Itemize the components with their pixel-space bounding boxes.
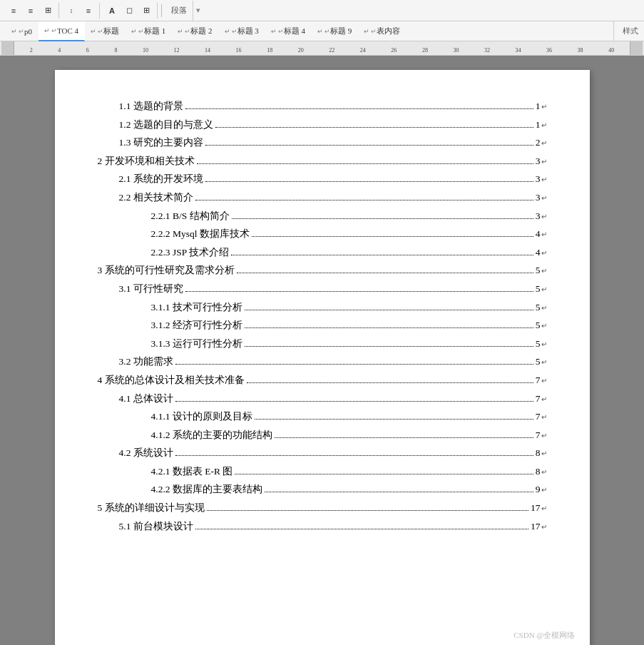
tab-heading4[interactable]: ↵ 标题 4 — [265, 21, 312, 41]
toc-return-22: ↵ — [541, 503, 547, 514]
toc-text-17: 4.1.1 设计的原则及目标 — [151, 409, 252, 425]
box-btn[interactable]: ◻ — [121, 3, 137, 19]
toc-text-1: 1.2 选题的目的与意义 — [119, 117, 213, 133]
toc-entry-2[interactable]: 1.3 研究的主要内容2↵ — [119, 135, 547, 151]
style-tabs-area: 段落 ▾ — [165, 1, 641, 21]
toc-entry-11[interactable]: 3.1.1 技术可行性分析5↵ — [151, 300, 547, 315]
tab-heading2[interactable]: ↵ 标题 2 — [172, 21, 218, 41]
toc-text-11: 3.1.1 技术可行性分析 — [151, 300, 242, 315]
toc-dots-16 — [175, 401, 533, 402]
toc-entry-15[interactable]: 4 系统的总体设计及相关技术准备7↵ — [98, 372, 547, 388]
toc-page-23: 17 — [531, 519, 541, 534]
toc-page-3: 3 — [536, 153, 541, 169]
toc-dots-6 — [232, 218, 533, 219]
toc-return-4: ↵ — [541, 174, 547, 186]
toc-entry-4[interactable]: 2.1 系统的开发环境3↵ — [119, 171, 547, 187]
styles-label: 样式 — [613, 21, 638, 41]
toc-entry-13[interactable]: 3.1.3 运行可行性分析5↵ — [151, 336, 547, 352]
toc-page-1: 1 — [536, 117, 541, 133]
toc-return-9: ↵ — [541, 265, 547, 277]
align-btn[interactable]: ≡ — [81, 3, 96, 19]
toc-dots-8 — [231, 255, 533, 255]
toc-dots-20 — [235, 474, 533, 474]
toc-entry-9[interactable]: 3 系统的可行性研究及需求分析5↵ — [98, 263, 547, 278]
toc-page-5: 3 — [536, 190, 541, 205]
toc-return-11: ↵ — [541, 303, 547, 314]
tab-heading9[interactable]: ↵ 标题 9 — [312, 21, 358, 41]
toc-entry-21[interactable]: 4.2.2 数据库的主要表结构9↵ — [151, 482, 547, 497]
toc-entry-3[interactable]: 2 开发环境和相关技术3↵ — [98, 153, 547, 169]
style-tabs-row: ↵ p0 ↵ TOC 4 ↵ 标题 ↵ 标题 1 ↵ 标题 2 ↵ 标题 3 ↵… — [0, 21, 644, 41]
toc-return-5: ↵ — [541, 193, 547, 204]
toc-text-10: 3.1 可行性研究 — [119, 281, 183, 297]
toc-return-12: ↵ — [541, 320, 547, 332]
toc-return-20: ↵ — [541, 467, 547, 478]
format-btn-2[interactable]: ≡ — [23, 3, 39, 19]
toc-dots-22 — [207, 510, 528, 511]
toc-entry-22[interactable]: 5 系统的详细设计与实现17↵ — [98, 500, 547, 516]
watermark: CSDN @全模网络 — [513, 630, 575, 641]
toc-return-16: ↵ — [541, 394, 547, 405]
toc-dots-14 — [175, 364, 533, 365]
toc-dots-12 — [245, 327, 533, 328]
toc-entry-5[interactable]: 2.2 相关技术简介3↵ — [119, 190, 547, 205]
toc-page-0: 1 — [536, 98, 541, 114]
toc-page-9: 5 — [536, 263, 541, 278]
toc-page-21: 9 — [536, 482, 541, 497]
toc-entry-7[interactable]: 2.2.2 Mysql 数据库技术4↵ — [151, 226, 547, 242]
toc-return-13: ↵ — [541, 339, 547, 350]
toc-entry-17[interactable]: 4.1.1 设计的原则及目标7↵ — [151, 409, 547, 425]
toc-entry-10[interactable]: 3.1 可行性研究5↵ — [119, 281, 547, 297]
document-area: 1.1 选题的背景1↵1.2 选题的目的与意义1↵1.3 研究的主要内容2↵2 … — [0, 56, 644, 645]
toc-container: 1.1 选题的背景1↵1.2 选题的目的与意义1↵1.3 研究的主要内容2↵2 … — [98, 98, 547, 534]
toc-text-8: 2.2.3 JSP 技术介绍 — [151, 245, 230, 260]
ruler: 2 4 6 8 10 12 14 16 18 20 22 24 26 28 30… — [0, 41, 644, 56]
tab-heading1[interactable]: ↵ 标题 1 — [126, 21, 172, 41]
toc-return-17: ↵ — [541, 412, 547, 423]
toc-dots-23 — [195, 529, 528, 529]
format-btn-3[interactable]: ⊞ — [40, 3, 56, 19]
toolbar-group-format: ≡ ≡ ⊞ — [3, 3, 59, 19]
tab-heading[interactable]: ↵ 标题 — [85, 21, 126, 41]
toc-text-5: 2.2 相关技术简介 — [119, 190, 193, 205]
toc-dots-13 — [245, 346, 533, 347]
style-tabs-list: ↵ p0 ↵ TOC 4 ↵ 标题 ↵ 标题 1 ↵ 标题 2 ↵ 标题 3 ↵… — [6, 21, 613, 41]
toc-text-9: 3 系统的可行性研究及需求分析 — [98, 263, 235, 278]
format-btn-1[interactable]: ≡ — [6, 3, 21, 19]
toc-entry-0[interactable]: 1.1 选题的背景1↵ — [119, 98, 547, 114]
toc-page-22: 17 — [531, 500, 541, 516]
spacing-btn[interactable]: ↕ — [63, 3, 79, 19]
toc-text-14: 3.2 功能需求 — [119, 354, 173, 370]
toc-entry-19[interactable]: 4.2 系统设计8↵ — [119, 445, 547, 461]
toc-text-0: 1.1 选题的背景 — [119, 98, 183, 114]
toc-dots-9 — [237, 273, 533, 273]
document-page[interactable]: 1.1 选题的背景1↵1.2 选题的目的与意义1↵1.3 研究的主要内容2↵2 … — [55, 70, 590, 645]
toc-entry-16[interactable]: 4.1 总体设计7↵ — [119, 391, 547, 407]
grid-btn[interactable]: ⊞ — [138, 3, 154, 19]
toc-entry-12[interactable]: 3.1.2 经济可行性分析5↵ — [151, 318, 547, 333]
toc-entry-6[interactable]: 2.2.1 B/S 结构简介3↵ — [151, 208, 547, 224]
toc-return-23: ↵ — [541, 522, 547, 533]
toc-text-18: 4.1.2 系统的主要的功能结构 — [151, 427, 272, 443]
expand-icon[interactable]: ▾ — [193, 6, 203, 15]
toc-page-18: 7 — [536, 427, 541, 443]
tab-table-content[interactable]: ↵ 表内容 — [358, 21, 407, 41]
toc-dots-0 — [185, 108, 533, 109]
toc-dots-3 — [197, 163, 533, 164]
toc-entry-18[interactable]: 4.1.2 系统的主要的功能结构7↵ — [151, 427, 547, 443]
tab-p0[interactable]: ↵ p0 — [6, 21, 39, 41]
toc-entry-1[interactable]: 1.2 选题的目的与意义1↵ — [119, 117, 547, 133]
toc-entry-8[interactable]: 2.2.3 JSP 技术介绍4↵ — [151, 245, 547, 260]
toc-dots-1 — [215, 127, 533, 128]
toc-text-7: 2.2.2 Mysql 数据库技术 — [151, 226, 250, 242]
toc-page-8: 4 — [536, 245, 541, 260]
font-btn[interactable]: A — [104, 3, 120, 19]
tab-heading3[interactable]: ↵ 标题 3 — [219, 21, 265, 41]
toc-text-19: 4.2 系统设计 — [119, 445, 173, 461]
toc-return-21: ↵ — [541, 484, 547, 496]
toc-entry-23[interactable]: 5.1 前台模块设计17↵ — [119, 519, 547, 534]
toc-page-19: 8 — [536, 445, 541, 461]
toc-entry-20[interactable]: 4.2.1 数据表 E-R 图8↵ — [151, 464, 547, 479]
toc-entry-14[interactable]: 3.2 功能需求5↵ — [119, 354, 547, 370]
tab-toc4[interactable]: ↵ TOC 4 — [39, 21, 85, 41]
